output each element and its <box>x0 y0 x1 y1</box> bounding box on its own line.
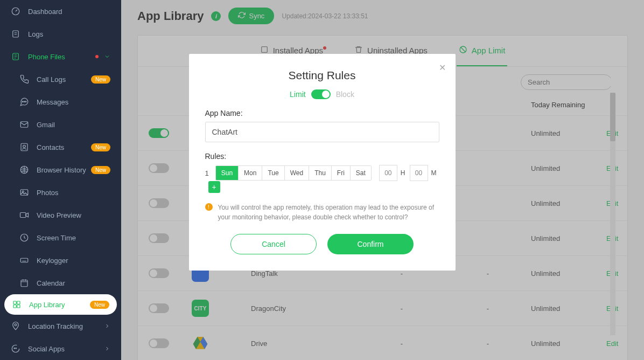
day-tue[interactable]: Tue <box>262 166 284 180</box>
day-fri[interactable]: Fri <box>332 166 351 180</box>
dashboard-icon <box>11 6 20 16</box>
warning-message: ! You will control the app remotely, thi… <box>205 203 439 222</box>
sidebar-item-dashboard[interactable]: Dashboard <box>0 0 121 23</box>
plus-icon: + <box>212 183 216 191</box>
video-icon <box>19 210 29 220</box>
svg-point-5 <box>25 101 26 102</box>
rule-number: 1 <box>205 169 209 177</box>
sidebar-item-messages[interactable]: Messages <box>0 91 121 113</box>
svg-point-21 <box>14 348 15 349</box>
day-sun[interactable]: Sun <box>216 166 239 180</box>
rules-row: 1 SunMonTueWedThuFriSat H M + <box>205 165 439 193</box>
sidebar-item-phone-files[interactable]: Phone Files <box>0 45 121 68</box>
sidebar-item-label: Browser History <box>37 166 91 174</box>
svg-rect-16 <box>13 301 16 304</box>
sidebar-item-app-library[interactable]: App LibraryNew <box>4 294 117 315</box>
sidebar-item-screen-time[interactable]: Screen Time <box>0 226 121 249</box>
sidebar-item-gmail[interactable]: Gmail <box>0 113 121 136</box>
sidebar-item-label: Video Preview <box>37 211 110 219</box>
sidebar-item-label: Phone Files <box>28 53 95 61</box>
hour-input[interactable] <box>379 165 397 181</box>
mode-limit-label: Limit <box>290 90 306 99</box>
svg-rect-15 <box>21 280 27 287</box>
sidebar-item-contacts[interactable]: ContactsNew <box>0 136 121 158</box>
chevron-down-icon <box>104 53 110 60</box>
sidebar-item-label: Location Tracking <box>28 322 101 330</box>
add-rule-button[interactable]: + <box>208 181 220 193</box>
app-name-label: App Name: <box>205 109 439 117</box>
minute-label: M <box>431 169 437 177</box>
warning-icon: ! <box>205 203 213 211</box>
day-selector: SunMonTueWedThuFriSat <box>215 165 372 181</box>
day-thu[interactable]: Thu <box>309 166 332 180</box>
chevron-right-icon <box>104 323 110 329</box>
new-badge: New <box>91 166 110 174</box>
svg-rect-6 <box>20 122 28 128</box>
hour-label: H <box>401 169 405 177</box>
keylogger-icon <box>19 255 29 265</box>
mode-toggle-row: Limit Block <box>205 89 439 99</box>
svg-rect-19 <box>17 305 20 308</box>
svg-rect-7 <box>21 143 27 151</box>
gmail-icon <box>19 120 29 129</box>
sidebar-item-keylogger[interactable]: Keylogger <box>0 249 121 272</box>
sidebar-item-call-logs[interactable]: Call LogsNew <box>0 68 121 91</box>
sidebar-item-label: App Library <box>29 301 90 309</box>
sidebar-item-social-apps[interactable]: Social Apps <box>0 337 121 360</box>
sidebar-item-logs[interactable]: Logs <box>0 23 121 45</box>
sidebar-item-label: Logs <box>28 30 110 38</box>
sidebar-item-label: Messages <box>37 98 110 106</box>
svg-point-20 <box>15 324 17 326</box>
sidebar-item-calendar[interactable]: Calendar <box>0 272 121 294</box>
svg-point-4 <box>24 101 25 102</box>
browser-icon <box>19 165 29 175</box>
day-wed[interactable]: Wed <box>285 166 309 180</box>
sidebar: DashboardLogsPhone FilesCall LogsNewMess… <box>0 0 121 360</box>
sidebar-item-label: Social Apps <box>28 345 101 353</box>
minute-input[interactable] <box>410 165 428 181</box>
svg-point-22 <box>16 348 17 349</box>
phone-files-icon <box>11 52 20 61</box>
day-sat[interactable]: Sat <box>351 166 371 180</box>
svg-rect-1 <box>13 31 19 37</box>
setting-rules-modal: ✕ Setting Rules Limit Block App Name: Ru… <box>189 54 456 271</box>
warning-text: You will control the app remotely, this … <box>218 203 439 222</box>
svg-rect-18 <box>13 305 16 308</box>
svg-rect-12 <box>20 213 26 218</box>
applib-icon <box>12 300 22 309</box>
sidebar-item-label: Dashboard <box>28 8 110 16</box>
app-name-input[interactable] <box>205 122 439 142</box>
day-mon[interactable]: Mon <box>239 166 262 180</box>
mode-switch[interactable] <box>311 89 331 99</box>
sidebar-item-photos[interactable]: Photos <box>0 181 121 204</box>
sidebar-item-location-tracking[interactable]: Location Tracking <box>0 315 121 337</box>
close-button[interactable]: ✕ <box>439 63 446 73</box>
confirm-button[interactable]: Confirm <box>327 234 414 254</box>
sidebar-item-browser-history[interactable]: Browser HistoryNew <box>0 158 121 181</box>
mode-block-label: Block <box>336 90 354 99</box>
svg-point-3 <box>22 101 23 102</box>
sidebar-item-label: Keylogger <box>37 257 110 265</box>
modal-title: Setting Rules <box>205 69 439 82</box>
close-icon: ✕ <box>439 63 446 72</box>
cancel-button[interactable]: Cancel <box>230 234 317 254</box>
sidebar-item-label: Photos <box>37 189 110 197</box>
svg-point-8 <box>23 145 26 148</box>
messages-icon <box>19 97 29 107</box>
rules-label: Rules: <box>205 152 439 161</box>
sidebar-item-label: Gmail <box>37 121 110 129</box>
contacts-icon <box>19 142 29 152</box>
logs-icon <box>11 29 20 39</box>
modal-buttons: Cancel Confirm <box>205 234 439 254</box>
sidebar-item-label: Screen Time <box>37 234 110 242</box>
location-icon <box>11 321 20 331</box>
call-icon <box>19 74 29 84</box>
sidebar-item-label: Calendar <box>37 279 110 287</box>
new-badge: New <box>91 143 110 151</box>
sidebar-item-video-preview[interactable]: Video Preview <box>0 204 121 226</box>
social-icon <box>11 344 20 354</box>
photos-icon <box>19 188 29 197</box>
calendar-icon <box>19 278 29 288</box>
sidebar-item-label: Call Logs <box>37 75 91 84</box>
chevron-right-icon <box>104 345 110 352</box>
